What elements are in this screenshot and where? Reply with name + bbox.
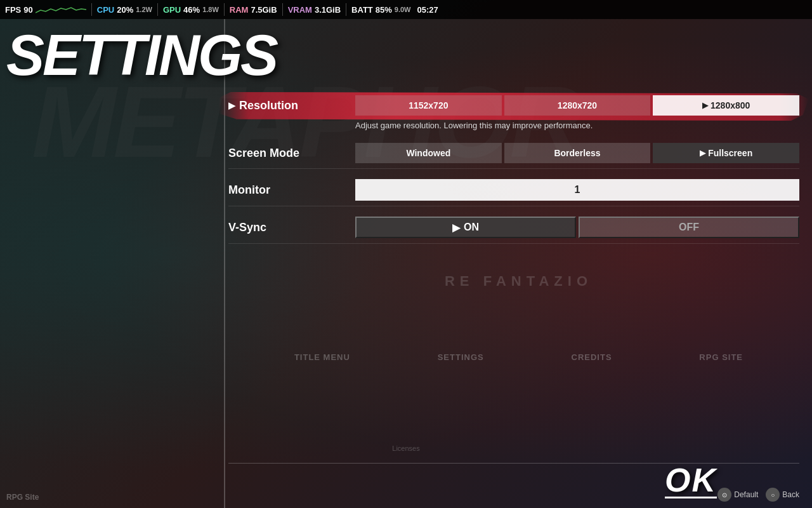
monitor-label: Monitor [228, 184, 355, 197]
resolution-controls: 1152x720 1280x720 ▶ 812x508 [355, 95, 799, 116]
credits-menu-item: CREDITS [572, 352, 612, 362]
cpu-pct: 20% [117, 5, 133, 15]
vsync-label: V-Sync [228, 221, 355, 234]
hud-time: 05:27 [417, 5, 438, 15]
vsync-on-button[interactable]: ▶ ON [355, 217, 576, 238]
settings-content: ▶ Resolution 1152x720 1280x720 ▶ 1280x80… [228, 95, 799, 457]
resolution-1152-button[interactable]: 1152x720 [355, 95, 502, 116]
hud-cpu-section: CPU 20% 1.2W [97, 5, 152, 15]
hud-bar: FPS 90 CPU 20% 1.2W GPU 46% 1.8W RAM 7.5… [0, 0, 812, 19]
fps-label: FPS [5, 5, 21, 15]
resolution-arrow-icon: ▶ [228, 100, 235, 110]
hud-divider-2 [157, 3, 158, 16]
borderless-button[interactable]: Borderless [504, 143, 651, 163]
hud-ram-section: RAM 7.5GiB [230, 5, 277, 15]
fps-value: 90 [23, 5, 32, 15]
vsync-controls: ▶ ON OFF [355, 217, 799, 238]
monitor-row: Monitor 1 [228, 174, 799, 206]
resolution-label: ▶ Resolution [228, 99, 355, 112]
screen-mode-controls: Windowed Borderless ▶ Fullscreen [355, 143, 799, 163]
page-title-area: SETTINGS [0, 27, 812, 84]
batt-label: BATT [351, 5, 373, 15]
hud-vram-section: VRAM 3.1GiB [288, 5, 341, 15]
page-title: SETTINGS [6, 23, 277, 87]
back-icon: ○ [766, 488, 780, 502]
hud-divider-1 [91, 3, 92, 16]
ram-label: RAM [230, 5, 249, 15]
resolution-row: ▶ Resolution 1152x720 1280x720 ▶ 1280x80… [228, 95, 799, 116]
controls-hint: ⊙ Default ○ Back [717, 488, 799, 502]
resolution-description: Adjust game resolution. Lowering this ma… [355, 121, 799, 130]
screen-mode-row: Screen Mode Windowed Borderless ▶ Fullsc… [228, 138, 799, 169]
back-label: Back [782, 490, 799, 499]
hud-divider-5 [346, 3, 346, 16]
cpu-label: CPU [97, 5, 114, 15]
gpu-watt: 1.8W [202, 6, 219, 13]
default-hint: ⊙ Default [717, 488, 758, 502]
vsync-off-button[interactable]: OFF [579, 217, 799, 238]
settings-menu-item: SETTINGS [438, 352, 484, 362]
rpg-site-menu-item: RPG SITE [699, 352, 743, 362]
fullscreen-button[interactable]: ▶ Fullscreen [653, 143, 799, 163]
batt-watt: 9.0W [395, 6, 411, 13]
bottom-menu: TITLE MENU SETTINGS CREDITS RPG SITE [225, 352, 812, 362]
cpu-watt: 1.2W [136, 6, 152, 13]
gpu-pct: 46% [183, 5, 200, 15]
fullscreen-arrow-icon: ▶ [700, 149, 705, 157]
default-icon: ⊙ [717, 488, 731, 502]
vsync-row: V-Sync ▶ ON OFF [228, 211, 799, 244]
gpu-label: GPU [163, 5, 181, 15]
hud-divider-4 [282, 3, 283, 16]
hud-divider-3 [224, 3, 225, 16]
licenses-text: Licenses [392, 444, 419, 452]
vram-label: VRAM [288, 5, 312, 15]
windowed-button[interactable]: Windowed [355, 143, 502, 163]
ram-value: 7.5GiB [251, 5, 277, 15]
vram-value: 3.1GiB [315, 5, 341, 15]
screen-mode-label: Screen Mode [228, 147, 355, 160]
fps-graph [36, 4, 86, 15]
hud-batt-section: BATT 85% 9.0W 05:27 [351, 5, 438, 15]
monitor-controls: 1 [355, 179, 799, 201]
resolution-1280x720-button[interactable]: 1280x720 [504, 95, 651, 116]
title-menu-item: TITLE MENU [294, 352, 350, 362]
left-panel [0, 19, 225, 508]
monitor-value: 1 [355, 179, 799, 201]
back-hint: ○ Back [766, 488, 799, 502]
vsync-arrow-icon: ▶ [452, 222, 460, 234]
hud-gpu-section: GPU 46% 1.8W [163, 5, 219, 15]
ok-button[interactable]: OK [665, 464, 717, 498]
resolution-812x508-button[interactable]: ▶ 812x508 [653, 95, 799, 116]
hud-fps-section: FPS 90 [5, 5, 33, 15]
batt-pct: 85% [376, 5, 392, 15]
default-label: Default [734, 490, 758, 499]
bottom-watermark: RPG Site [6, 493, 39, 502]
selected-arrow-icon: ▶ [702, 101, 708, 110]
